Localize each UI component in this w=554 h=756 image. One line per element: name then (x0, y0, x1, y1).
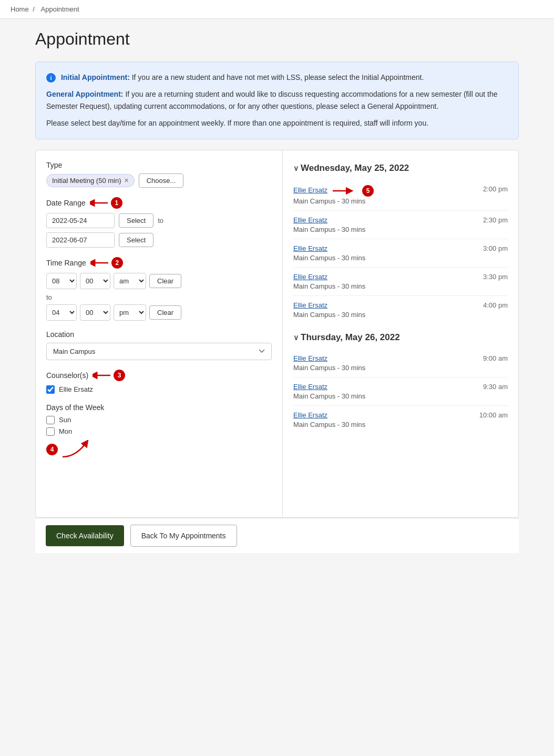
slot-location-thu-2: Main Campus - 30 mins (293, 392, 365, 400)
badge-4: 4 (46, 444, 58, 455)
chevron-down-icon-wed: ∨ (293, 164, 299, 172)
arrow-right-up-icon-4 (60, 440, 91, 459)
choose-button[interactable]: Choose... (139, 173, 184, 188)
slot-time-wed-1: 2:00 pm (483, 185, 508, 193)
slot-counselor-row-1: Ellie Ersatz 5 (293, 185, 483, 197)
date-range-field: Date Range 1 Select to (46, 197, 272, 248)
slot-counselor-link-wed-1[interactable]: Ellie Ersatz (293, 186, 327, 194)
slot-counselor-link-wed-5[interactable]: Ellie Ersatz (293, 301, 483, 309)
slot-left-wed-5: Ellie Ersatz Main Campus - 30 mins (293, 301, 483, 319)
date-range-to-label: to (158, 217, 163, 224)
date-end-row: Select (46, 232, 272, 248)
general-label: General Appointment: (46, 90, 124, 98)
time-range-label: Time Range (46, 259, 86, 267)
slot-time-thu-1: 9:00 am (483, 354, 508, 362)
arrow-left-icon-1 (90, 198, 109, 208)
time-range-field: Time Range 2 08 09 10 (46, 257, 272, 321)
time-end-row: 08 09 10 11 12 01 02 03 04 00 15 30 (46, 304, 272, 321)
slot-counselor-link-thu-2[interactable]: Ellie Ersatz (293, 383, 483, 391)
time-start-ampm[interactable]: am pm (114, 273, 146, 289)
annotation-4-group: 4 (46, 440, 272, 459)
date-end-select-button[interactable]: Select (119, 233, 153, 247)
type-remove-icon[interactable]: × (125, 177, 129, 184)
appointment-slot-thu-3: Ellie Ersatz Main Campus - 30 mins 10:00… (293, 406, 508, 434)
time-end-clear-button[interactable]: Clear (149, 305, 181, 320)
initial-text: If you are a new student and have not me… (132, 73, 424, 81)
time-start-clear-button[interactable]: Clear (149, 274, 181, 288)
slot-left-thu-1: Ellie Ersatz Main Campus - 30 mins (293, 354, 483, 372)
badge-5: 5 (362, 185, 374, 197)
date-start-input[interactable] (46, 213, 115, 228)
counselor-checkbox[interactable] (46, 385, 55, 394)
thursday-header-text: Thursday, May 26, 2022 (301, 332, 400, 343)
info-icon: i (46, 73, 56, 83)
slot-time-wed-3: 3:00 pm (483, 244, 508, 252)
day-sun-label: Sun (59, 416, 71, 424)
badge-2: 2 (111, 257, 123, 269)
slot-left-wed-1: Ellie Ersatz 5 Main Campus - 30 mins (293, 185, 483, 205)
slot-location-wed-5: Main Campus - 30 mins (293, 311, 365, 319)
days-field: Days of the Week Sun Mon 4 (46, 403, 272, 459)
date-start-row: Select to (46, 213, 272, 228)
time-end-ampm[interactable]: am pm (114, 304, 146, 321)
day-mon-checkbox[interactable] (46, 427, 55, 436)
page-title: Appointment (35, 29, 519, 49)
thursday-header: ∨ Thursday, May 26, 2022 (293, 332, 508, 343)
time-end-minute[interactable]: 00 15 30 45 (80, 304, 110, 321)
counselors-label: Counselor(s) (46, 371, 88, 380)
time-to-label: to (46, 293, 272, 301)
slot-location-wed-2: Main Campus - 30 mins (293, 226, 365, 233)
date-end-input[interactable] (46, 232, 115, 248)
badge-3: 3 (114, 370, 125, 381)
day-sun: Sun (46, 416, 272, 424)
days-row: Sun Mon (46, 416, 272, 436)
check-availability-button[interactable]: Check Availability (46, 525, 124, 546)
slot-counselor-link-wed-2[interactable]: Ellie Ersatz (293, 216, 483, 224)
appointment-slot-wed-4: Ellie Ersatz Main Campus - 30 mins 3:30 … (293, 268, 508, 296)
counselor-row: Ellie Ersatz (46, 385, 272, 394)
slot-time-thu-2: 9:30 am (483, 383, 508, 391)
date-start-select-button[interactable]: Select (119, 213, 153, 228)
breadcrumb-current: Appointment (41, 5, 79, 13)
time-start-row: 08 09 10 11 12 01 02 03 04 00 15 30 (46, 273, 272, 289)
arrow-right-icon-5 (332, 186, 358, 196)
slot-left-wed-3: Ellie Ersatz Main Campus - 30 mins (293, 244, 483, 262)
slot-time-wed-2: 2:30 pm (483, 216, 508, 224)
time-start-minute[interactable]: 00 15 30 45 (80, 273, 110, 289)
location-field: Location Main Campus Other Campus (46, 330, 272, 360)
slot-location-wed-1: Main Campus - 30 mins (293, 197, 365, 205)
annotation-1-group: 1 (90, 197, 122, 209)
slot-time-thu-3: 10:00 am (479, 411, 508, 419)
type-chip: Initial Meeting (50 min) × (46, 174, 135, 187)
main-panel: Type Initial Meeting (50 min) × Choose..… (35, 150, 519, 518)
counselors-field: Counselor(s) 3 Ellie Ersatz (46, 370, 272, 394)
arrow-left-icon-3 (93, 371, 111, 380)
day-mon-label: Mon (59, 427, 72, 435)
slot-counselor-link-thu-1[interactable]: Ellie Ersatz (293, 354, 483, 362)
time-start-hour[interactable]: 08 09 10 11 12 01 02 03 04 (46, 273, 77, 289)
type-label: Type (46, 161, 62, 169)
days-label: Days of the Week (46, 403, 104, 412)
back-appointments-button[interactable]: Back To My Appointments (130, 525, 237, 547)
type-value: Initial Meeting (50 min) (52, 177, 121, 185)
slot-counselor-link-thu-3[interactable]: Ellie Ersatz (293, 411, 479, 419)
location-select[interactable]: Main Campus Other Campus (46, 343, 272, 360)
wednesday-header-text: Wednesday, May 25, 2022 (301, 163, 409, 173)
chevron-down-icon-thu: ∨ (293, 333, 299, 342)
slot-counselor-link-wed-4[interactable]: Ellie Ersatz (293, 273, 483, 281)
slot-counselor-link-wed-3[interactable]: Ellie Ersatz (293, 244, 483, 252)
type-field: Type Initial Meeting (50 min) × Choose..… (46, 161, 272, 188)
appointment-slot-wed-1: Ellie Ersatz 5 Main Campus - 30 mins 2:0… (293, 180, 508, 211)
breadcrumb: Home / Appointment (0, 0, 554, 19)
breadcrumb-separator: / (33, 5, 35, 13)
wednesday-slots: Ellie Ersatz 5 Main Campus - 30 mins 2:0… (293, 180, 508, 324)
appointment-slot-thu-2: Ellie Ersatz Main Campus - 30 mins 9:30 … (293, 377, 508, 406)
wednesday-header: ∨ Wednesday, May 25, 2022 (293, 163, 508, 173)
slot-time-wed-4: 3:30 pm (483, 273, 508, 281)
breadcrumb-home[interactable]: Home (11, 5, 29, 13)
left-panel: Type Initial Meeting (50 min) × Choose..… (36, 150, 283, 517)
day-sun-checkbox[interactable] (46, 416, 55, 424)
time-end-hour[interactable]: 08 09 10 11 12 01 02 03 04 (46, 304, 77, 321)
right-panel: ∨ Wednesday, May 25, 2022 Ellie Ersatz (283, 150, 518, 517)
slot-location-wed-4: Main Campus - 30 mins (293, 282, 365, 290)
